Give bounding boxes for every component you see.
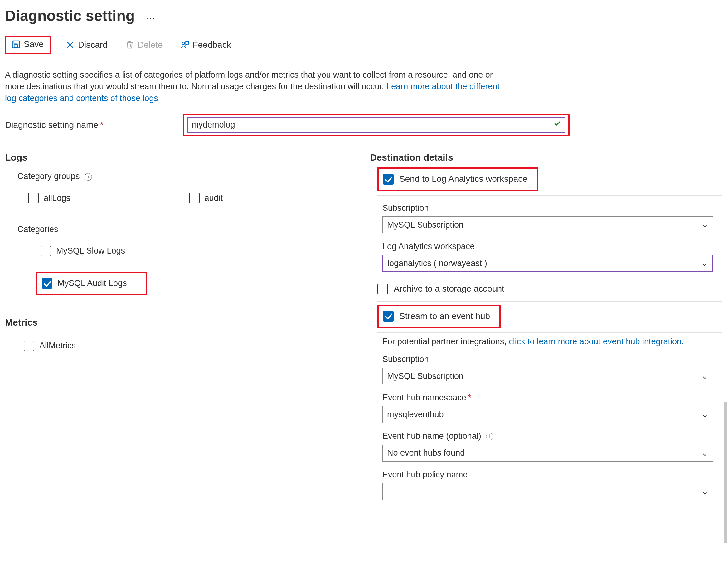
page-title: Diagnostic setting — [5, 6, 135, 26]
send-law-label: Send to Log Analytics workspace — [399, 173, 527, 185]
chevron-down-icon — [701, 221, 708, 228]
required-asterisk: * — [100, 120, 104, 130]
feedback-button[interactable]: Feedback — [177, 38, 234, 52]
destination-details-heading: Destination details — [370, 151, 722, 164]
archive-storage-label: Archive to a storage account — [394, 283, 504, 295]
highlight-stream-eventhub: Stream to an event hub — [377, 305, 501, 328]
eh-subscription-value: MySQL Subscription — [387, 370, 463, 382]
slow-logs-option[interactable]: MySQL Slow Logs — [17, 238, 357, 264]
valid-check-icon — [553, 119, 561, 131]
audit-logs-label: MySQL Audit Logs — [57, 278, 127, 289]
eventhub-learn-more-link[interactable]: click to learn more about event hub inte… — [509, 337, 684, 346]
stream-eventhub-checkbox[interactable] — [383, 311, 394, 322]
save-icon — [11, 40, 21, 49]
eh-namespace-value: mysqleventhub — [387, 409, 444, 420]
metrics-heading: Metrics — [5, 316, 357, 329]
delete-button: Delete — [122, 38, 166, 52]
discard-button-label: Discard — [78, 40, 108, 50]
audit-checkbox[interactable] — [189, 193, 200, 203]
category-groups-label-text: Category groups — [17, 172, 80, 181]
law-label: Log Analytics workspace — [382, 241, 722, 252]
subscription-label: Subscription — [382, 202, 722, 214]
delete-button-label: Delete — [138, 40, 163, 50]
highlight-name-input — [183, 114, 570, 136]
eh-name-value: No event hubs found — [387, 447, 465, 459]
eh-policy-select[interactable] — [382, 483, 713, 500]
partner-integrations-text: For potential partner integrations, — [382, 337, 509, 346]
more-menu-button[interactable]: … — [146, 9, 156, 22]
feedback-button-label: Feedback — [193, 40, 231, 50]
highlight-save: Save — [5, 36, 51, 54]
chevron-down-icon — [701, 488, 708, 495]
command-bar: Save Discard Delete Feedback — [4, 26, 724, 60]
chevron-down-icon — [701, 450, 708, 457]
diagnostic-setting-name-label: Diagnostic setting name* — [5, 119, 183, 131]
slow-logs-label: MySQL Slow Logs — [56, 245, 125, 257]
divider — [17, 303, 357, 303]
chevron-down-icon — [701, 260, 708, 267]
name-label-text: Diagnostic setting name — [5, 120, 98, 130]
svg-rect-0 — [12, 41, 20, 48]
allmetrics-checkbox[interactable] — [24, 341, 34, 351]
chevron-down-icon — [701, 373, 708, 380]
trash-icon — [125, 40, 134, 50]
audit-logs-option[interactable]: MySQL Audit Logs — [42, 276, 127, 291]
svg-point-2 — [182, 42, 185, 45]
logs-heading: Logs — [5, 151, 357, 164]
alllogs-checkbox[interactable] — [28, 193, 39, 203]
eh-name-label: Event hub name (optional) i — [382, 430, 722, 442]
categories-label: Categories — [17, 224, 357, 238]
allmetrics-option[interactable]: AllMetrics — [5, 332, 357, 356]
info-icon[interactable]: i — [85, 173, 92, 181]
chevron-down-icon — [701, 411, 708, 418]
svg-rect-1 — [14, 45, 17, 47]
subscription-value: MySQL Subscription — [387, 219, 463, 231]
archive-storage-checkbox[interactable] — [377, 284, 388, 294]
slow-logs-checkbox[interactable] — [41, 246, 51, 256]
feedback-icon — [180, 40, 190, 50]
audit-label: audit — [205, 192, 223, 204]
info-icon[interactable]: i — [486, 433, 493, 440]
eh-name-select[interactable]: No event hubs found — [382, 445, 713, 462]
alllogs-option[interactable]: allLogs — [28, 188, 70, 208]
discard-button[interactable]: Discard — [62, 38, 111, 52]
stream-eventhub-label: Stream to an event hub — [399, 310, 490, 322]
eh-namespace-label-text: Event hub namespace — [382, 393, 466, 402]
subscription-select[interactable]: MySQL Subscription — [382, 216, 713, 233]
eh-name-label-text: Event hub name (optional) — [382, 431, 481, 441]
audit-option[interactable]: audit — [189, 188, 223, 208]
eh-policy-label: Event hub policy name — [382, 469, 722, 481]
save-button[interactable]: Save — [8, 37, 47, 51]
eh-subscription-label: Subscription — [382, 354, 722, 365]
required-asterisk: * — [468, 393, 472, 402]
scrollbar[interactable] — [724, 402, 727, 543]
eh-namespace-label: Event hub namespace* — [382, 392, 722, 404]
highlight-send-law: Send to Log Analytics workspace — [377, 167, 538, 191]
send-law-checkbox[interactable] — [383, 174, 394, 185]
category-groups-label: Category groups i — [17, 171, 357, 182]
law-select[interactable]: loganalytics ( norwayeast ) — [382, 255, 713, 272]
divider — [377, 301, 722, 302]
save-button-label: Save — [24, 39, 44, 49]
divider — [377, 195, 722, 196]
eh-namespace-select[interactable]: mysqleventhub — [382, 406, 713, 423]
law-value: loganalytics ( norwayeast ) — [387, 258, 487, 269]
alllogs-label: allLogs — [44, 192, 70, 204]
intro-text: A diagnostic setting specifies a list of… — [4, 69, 503, 104]
audit-logs-checkbox[interactable] — [42, 278, 52, 289]
allmetrics-label: AllMetrics — [39, 340, 76, 351]
eh-subscription-select[interactable]: MySQL Subscription — [382, 368, 713, 384]
close-icon — [66, 40, 75, 50]
diagnostic-setting-name-input[interactable] — [187, 117, 565, 133]
highlight-audit-logs: MySQL Audit Logs — [36, 272, 147, 295]
